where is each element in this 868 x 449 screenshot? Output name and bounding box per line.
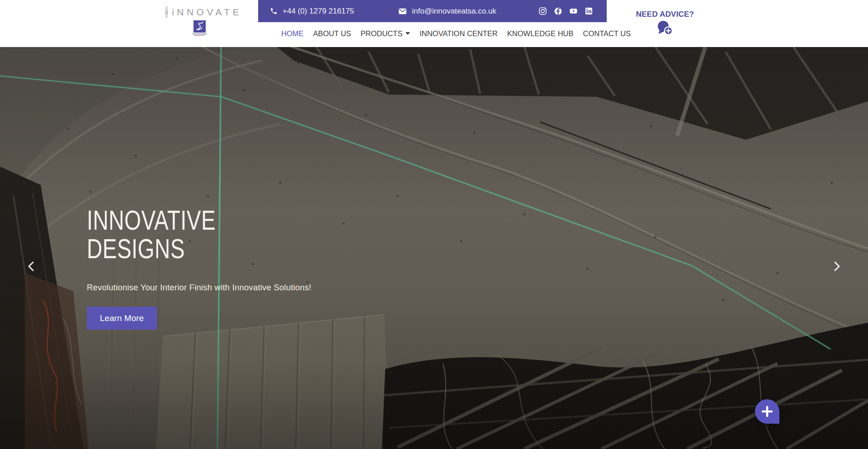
brand-logo[interactable]: i iNNOVATE xyxy=(165,6,233,36)
logo-wordmark: iNNOVATE xyxy=(172,7,242,18)
email-address: info@innovateatsa.co.uk xyxy=(412,7,496,16)
hero-heading: INNOVATIVE DESIGNS xyxy=(87,206,262,263)
nav-item-knowledge-hub[interactable]: KNOWLEDGE HUB xyxy=(507,29,574,38)
plus-icon xyxy=(760,405,774,418)
logo-sa-mark xyxy=(165,20,233,36)
email-link[interactable]: info@innovateatsa.co.uk xyxy=(398,7,496,16)
email-icon xyxy=(398,8,407,15)
top-contact-bar: +44 (0) 1279 216175 info@innovateatsa.co… xyxy=(258,0,607,22)
chevron-down-icon xyxy=(406,32,410,35)
youtube-icon xyxy=(569,7,578,15)
carousel-prev-button[interactable] xyxy=(25,260,37,273)
sa-solutions-icon xyxy=(193,20,206,33)
nav-item-about-us[interactable]: ABOUT US xyxy=(313,29,351,38)
linkedin-link[interactable] xyxy=(585,7,593,15)
floating-plus-button[interactable] xyxy=(755,399,779,424)
hero-content: INNOVATIVE DESIGNS Revolutionise Your In… xyxy=(87,206,311,330)
carousel-next-button[interactable] xyxy=(831,260,843,273)
instagram-icon xyxy=(538,7,547,15)
phone-link[interactable]: +44 (0) 1279 216175 xyxy=(270,7,354,16)
phone-number: +44 (0) 1279 216175 xyxy=(283,7,354,16)
need-advice-widget[interactable]: NEED ADVICE? xyxy=(631,10,699,38)
facebook-icon xyxy=(554,7,562,16)
nav-item-products-label: PRODUCTS xyxy=(361,29,403,38)
chevron-left-icon xyxy=(25,260,37,273)
phone-icon xyxy=(270,7,278,15)
hero-slider: INNOVATIVE DESIGNS Revolutionise Your In… xyxy=(0,47,868,449)
facebook-link[interactable] xyxy=(554,7,562,15)
youtube-link[interactable] xyxy=(569,7,578,15)
nav-item-products[interactable]: PRODUCTS xyxy=(361,29,410,38)
learn-more-button[interactable]: Learn More xyxy=(87,307,157,330)
instagram-link[interactable] xyxy=(538,7,547,15)
nav-item-home[interactable]: HOME xyxy=(281,29,304,38)
main-navigation: HOME ABOUT US PRODUCTS INNOVATION CENTER… xyxy=(281,22,631,45)
chat-plus-icon xyxy=(656,20,674,36)
hero-heading-line2: DESIGNS xyxy=(87,235,262,263)
social-links xyxy=(538,7,593,15)
sa-text-line xyxy=(194,35,205,36)
hero-subtitle: Revolutionise Your Interior Finish with … xyxy=(87,283,311,293)
logo-circle-i-icon: i xyxy=(165,6,168,18)
hero-heading-line1: INNOVATIVE xyxy=(87,206,262,235)
chevron-right-icon xyxy=(831,260,843,273)
need-advice-label: NEED ADVICE? xyxy=(631,10,699,19)
nav-item-innovation-center[interactable]: INNOVATION CENTER xyxy=(420,29,498,38)
sa-text-line xyxy=(192,33,207,34)
linkedin-icon xyxy=(585,7,593,15)
site-header: i iNNOVATE +44 (0) 1279 216175 info@inno… xyxy=(0,0,868,47)
nav-item-contact-us[interactable]: CONTACT US xyxy=(583,29,631,38)
